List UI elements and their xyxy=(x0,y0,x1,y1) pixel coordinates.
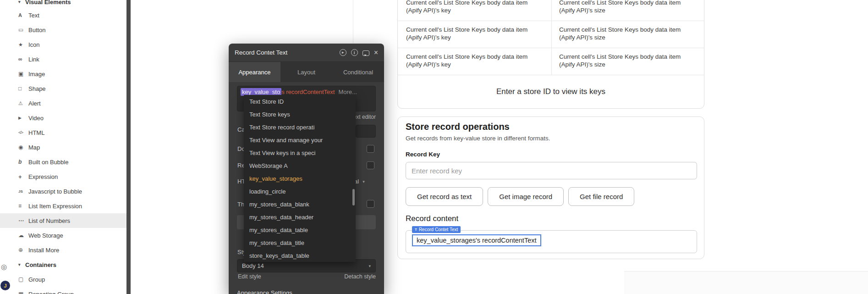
dropdown-option[interactable]: my_stores_data_table xyxy=(244,223,356,236)
cell-line: Current cell's List Store Keys body data… xyxy=(406,0,527,6)
sidebar-item-label: Install More xyxy=(28,247,59,254)
dropdown-option-highlighted[interactable]: key_value_storages xyxy=(244,172,356,185)
sidebar-item-image[interactable]: Image xyxy=(0,67,126,81)
sidebar-item-text[interactable]: Text xyxy=(0,8,126,22)
issue-target-icon[interactable] xyxy=(1,263,7,271)
tab-layout[interactable]: Layout xyxy=(280,62,332,82)
dropdown-option[interactable]: Text Store record operati xyxy=(244,121,356,133)
chevron-down-icon: ▾ xyxy=(363,179,365,184)
chevron-down-icon: ▾ xyxy=(368,264,371,268)
dropdown-option[interactable]: my_stores_data_blank xyxy=(244,198,356,211)
dropdown-option[interactable]: store_keys_data_table xyxy=(244,249,356,262)
sidebar-item-built-on-bubble[interactable]: Built on Bubble xyxy=(0,155,126,169)
comment-icon[interactable] xyxy=(363,50,369,56)
small-input-fragment[interactable] xyxy=(356,125,376,138)
bubble-icon xyxy=(18,159,28,165)
sidebar-item-link[interactable]: Link xyxy=(0,52,126,67)
record-key-input[interactable] xyxy=(406,162,697,179)
checkbox[interactable] xyxy=(367,161,374,169)
sidebar-item-label: Video xyxy=(28,115,44,122)
cell-size: Current cell's List Store Keys body data… xyxy=(551,0,704,21)
table-row[interactable]: Current cell's List Store Keys body data… xyxy=(398,48,704,75)
expression-more-link[interactable]: More... xyxy=(338,89,357,95)
sidebar-item-shape[interactable]: Shape xyxy=(0,81,126,96)
button-icon xyxy=(18,27,28,33)
table-row[interactable]: Current cell's List Store Keys body data… xyxy=(398,0,704,21)
sidebar-item-button[interactable]: Button xyxy=(0,22,126,37)
dropdown-option[interactable]: my_stores_data_header xyxy=(244,211,356,223)
group-icon xyxy=(18,276,28,283)
dropdown-option[interactable]: WebStorage A xyxy=(244,159,356,172)
sidebar-item-label: Repeating Group xyxy=(28,291,74,294)
dropdown-option[interactable]: Text Store ID xyxy=(244,95,356,108)
sidebar-item-expression[interactable]: Expression xyxy=(0,169,126,184)
code-icon xyxy=(18,130,28,135)
sidebar-item-label: Link xyxy=(28,56,39,63)
dropdown-option[interactable]: my_stores_data_title xyxy=(244,236,356,249)
sidebar-item-html[interactable]: HTML xyxy=(0,125,126,140)
card-subtitle: Get records from key-value store in diff… xyxy=(406,135,550,142)
cell-line: (Apify API)'s key xyxy=(406,34,451,41)
table-row[interactable]: Current cell's List Store Keys body data… xyxy=(398,21,704,48)
dropdown-option[interactable]: loading_circle xyxy=(244,185,356,198)
sidebar-item-install-more[interactable]: Install More xyxy=(0,243,126,257)
section-label: Visual Elements xyxy=(25,0,71,6)
install-icon xyxy=(18,247,28,253)
get-record-as-text-button[interactable]: Get record as text xyxy=(406,187,483,206)
store-id-hint-text: Enter a store ID to view its keys xyxy=(398,75,704,108)
sidebar-item-repeating-group[interactable]: Repeating Group xyxy=(0,287,126,294)
sidebar-item-label: Icon xyxy=(28,41,40,48)
dropdown-option[interactable]: Text Store keys xyxy=(244,108,356,121)
property-editor-titlebar[interactable]: Record Contet Text xyxy=(229,44,384,62)
sidebar-item-label: Map xyxy=(28,144,40,151)
card-title: Store record operations xyxy=(406,122,510,132)
tab-conditional[interactable]: Conditional xyxy=(332,62,384,82)
video-icon xyxy=(18,116,28,120)
sidebar-item-group[interactable]: Group xyxy=(0,272,126,287)
close-icon[interactable] xyxy=(374,49,378,56)
section-containers[interactable]: ▾ Containers xyxy=(0,257,126,272)
sidebar-item-list-of-numbers[interactable]: List of Numbers xyxy=(0,213,126,228)
dropdown-option[interactable]: Text View keys in a speci xyxy=(244,146,356,159)
info-icon[interactable] xyxy=(351,49,358,56)
edit-style-link[interactable]: Edit style xyxy=(238,273,261,280)
checkbox[interactable] xyxy=(367,200,374,208)
section-visual-elements[interactable]: ▾ Visual Elements xyxy=(0,0,126,8)
detach-style-link[interactable]: Detach style xyxy=(344,273,376,280)
column-divider xyxy=(551,0,552,75)
get-file-record-button[interactable]: Get file record xyxy=(568,187,634,206)
checkbox[interactable] xyxy=(367,145,374,153)
avatar[interactable]: J xyxy=(0,281,10,290)
cell-line: Current cell's List Store Keys body data… xyxy=(406,53,527,60)
get-image-record-button[interactable]: Get image record xyxy=(488,187,564,206)
sidebar-item-web-storage[interactable]: Web Storage xyxy=(0,228,126,243)
store-keys-repeating-group[interactable]: Current cell's List Store Keys body data… xyxy=(397,0,704,109)
sidebar-item-javascript-to-bubble[interactable]: Javascript to Bubble xyxy=(0,184,126,199)
page-edge-horizontal xyxy=(624,271,868,272)
play-icon[interactable] xyxy=(340,49,346,56)
property-editor-tabs: Appearance Layout Conditional xyxy=(229,62,384,82)
dropdown-option[interactable]: Text View and manage your xyxy=(244,133,356,146)
sidebar-item-alert[interactable]: Alert xyxy=(0,96,126,111)
sidebar-item-icon[interactable]: Icon xyxy=(0,37,126,52)
sidebar-item-map[interactable]: Map xyxy=(0,140,126,155)
palette-scrollbar[interactable] xyxy=(126,0,131,294)
sidebar-item-label: Text xyxy=(28,12,39,19)
page-corner xyxy=(624,272,868,294)
cloud-icon xyxy=(18,232,28,239)
selected-text-element[interactable]: key_value_storages's recordContentText xyxy=(412,234,541,246)
alignment-select-fragment[interactable]: al ▾ xyxy=(354,178,365,185)
record-content-label: Record content xyxy=(406,214,458,223)
field-label-fragment-style: Sty xyxy=(237,249,244,255)
image-icon xyxy=(18,71,28,77)
star-icon xyxy=(18,42,28,48)
sidebar-item-list-item-expression[interactable]: List Item Expression xyxy=(0,199,126,213)
tab-appearance[interactable]: Appearance xyxy=(229,62,280,82)
text-element-icon: T xyxy=(415,227,417,232)
sidebar-item-label: Alert xyxy=(28,100,41,107)
bubble-editor: ▾ Visual Elements Text Button Icon Link … xyxy=(0,0,868,294)
property-editor-title: Record Contet Text xyxy=(235,49,340,56)
sidebar-item-video[interactable]: Video xyxy=(0,111,126,125)
repeating-group-rows: Current cell's List Store Keys body data… xyxy=(398,0,704,75)
dropdown-scrollbar[interactable] xyxy=(352,189,355,205)
